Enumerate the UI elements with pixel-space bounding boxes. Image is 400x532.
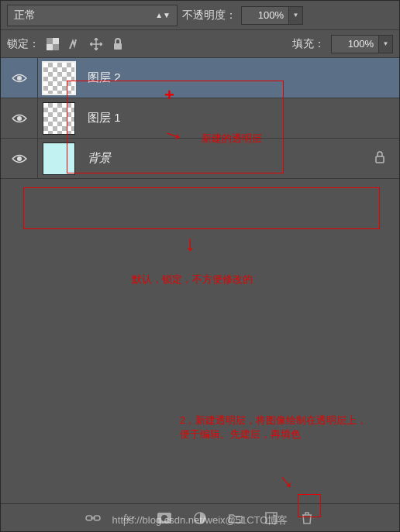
lock-label: 锁定： xyxy=(7,37,40,51)
layer-name[interactable]: 图层 1 xyxy=(88,111,399,125)
svg-rect-8 xyxy=(376,156,384,163)
blend-mode-select[interactable]: 正常 ▲▼ xyxy=(7,5,178,26)
lock-fill-row: 锁定： 填充： 100% ▼ xyxy=(1,30,399,58)
visibility-toggle[interactable] xyxy=(1,139,38,178)
layer-row[interactable]: 背景 xyxy=(1,139,399,179)
lock-all-icon[interactable] xyxy=(111,37,125,51)
layer-thumbnail[interactable] xyxy=(43,62,75,94)
svg-rect-2 xyxy=(53,38,59,44)
opacity-label: 不透明度： xyxy=(182,9,236,22)
lock-icon xyxy=(374,151,385,166)
fill-label: 填充： xyxy=(292,37,325,51)
visibility-toggle[interactable] xyxy=(1,98,38,138)
mask-icon[interactable] xyxy=(156,510,173,527)
lock-transparent-icon[interactable] xyxy=(46,37,60,51)
svg-rect-4 xyxy=(114,43,122,50)
blend-mode-value: 正常 xyxy=(14,9,36,22)
fx-icon[interactable]: fx ▾ xyxy=(120,510,137,527)
svg-point-5 xyxy=(17,76,22,81)
link-layers-icon[interactable] xyxy=(84,510,102,527)
eye-icon xyxy=(12,73,27,84)
layer-name[interactable]: 图层 2 xyxy=(88,70,399,85)
svg-rect-1 xyxy=(53,44,59,50)
svg-point-6 xyxy=(17,116,22,121)
layer-row[interactable]: 图层 2 xyxy=(1,58,399,98)
lock-position-icon[interactable] xyxy=(89,37,103,51)
fill-field[interactable]: 100% ▼ xyxy=(331,35,393,53)
svg-point-7 xyxy=(17,156,22,161)
svg-rect-15 xyxy=(266,513,277,523)
lock-pixels-icon[interactable] xyxy=(67,37,81,51)
opacity-field[interactable]: 100% ▼ xyxy=(241,6,303,25)
fill-value[interactable]: 100% xyxy=(331,35,379,53)
lock-icons xyxy=(46,37,125,51)
adjustment-layer-icon[interactable] xyxy=(191,510,209,527)
visibility-toggle[interactable] xyxy=(1,58,38,98)
group-icon[interactable] xyxy=(227,510,244,527)
svg-rect-3 xyxy=(47,44,53,50)
layers-list: 图层 2 图层 1 背景 xyxy=(1,58,399,503)
layers-panel: 正常 ▲▼ 不透明度： 100% ▼ 锁定： 填充： 100 xyxy=(0,0,400,532)
blend-opacity-row: 正常 ▲▼ 不透明度： 100% ▼ xyxy=(1,1,399,30)
eye-icon xyxy=(12,113,27,124)
bottom-toolbar: fx ▾ xyxy=(1,503,399,531)
layer-thumbnail[interactable] xyxy=(43,102,75,135)
layer-name[interactable]: 背景 xyxy=(88,151,374,166)
layer-row[interactable]: 图层 1 xyxy=(1,98,399,139)
chevron-down-icon[interactable]: ▼ xyxy=(379,35,393,53)
eye-icon xyxy=(12,153,27,164)
opacity-value[interactable]: 100% xyxy=(241,6,289,25)
chevron-down-icon[interactable]: ▼ xyxy=(289,6,303,25)
updown-icon: ▲▼ xyxy=(155,11,171,19)
layer-thumbnail[interactable] xyxy=(43,142,75,175)
new-layer-icon[interactable] xyxy=(263,510,280,527)
delete-layer-icon[interactable] xyxy=(298,510,316,527)
plus-mark: + xyxy=(164,85,174,105)
svg-point-13 xyxy=(161,515,167,521)
svg-rect-0 xyxy=(47,38,53,44)
